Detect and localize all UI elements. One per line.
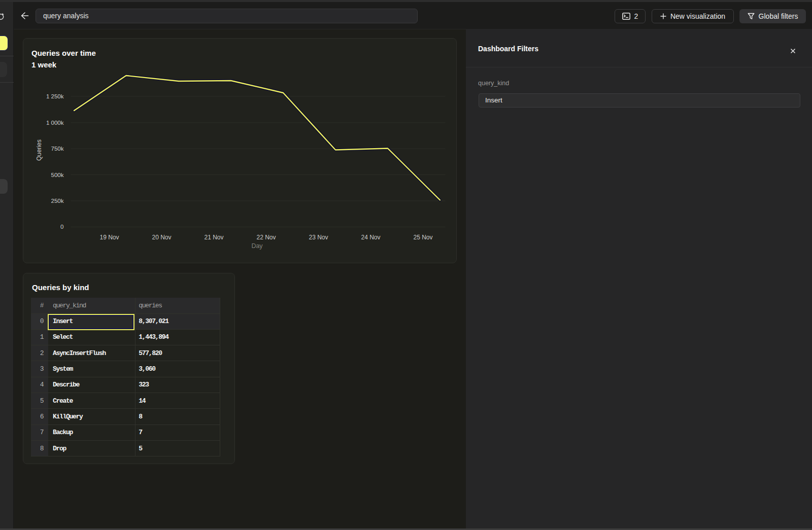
svg-text:250k: 250k xyxy=(51,198,64,204)
svg-text:22 Nov: 22 Nov xyxy=(256,234,276,241)
svg-text:500k: 500k xyxy=(51,172,64,178)
svg-text:Queries over time: Queries over time xyxy=(31,49,96,57)
svg-text:21 Nov: 21 Nov xyxy=(204,234,223,241)
svg-text:23 Nov: 23 Nov xyxy=(309,234,328,241)
svg-text:Queries: Queries xyxy=(36,139,43,161)
svg-text:24 Nov: 24 Nov xyxy=(361,234,380,241)
svg-text:1 000k: 1 000k xyxy=(46,120,64,126)
svg-text:1 week: 1 week xyxy=(31,60,57,69)
svg-text:750k: 750k xyxy=(51,146,64,152)
svg-text:0: 0 xyxy=(60,224,63,230)
svg-text:Day: Day xyxy=(251,242,263,250)
svg-text:25 Nov: 25 Nov xyxy=(413,234,432,241)
svg-text:19 Nov: 19 Nov xyxy=(99,234,119,241)
svg-text:20 Nov: 20 Nov xyxy=(152,234,171,241)
svg-text:1 250k: 1 250k xyxy=(46,93,64,99)
